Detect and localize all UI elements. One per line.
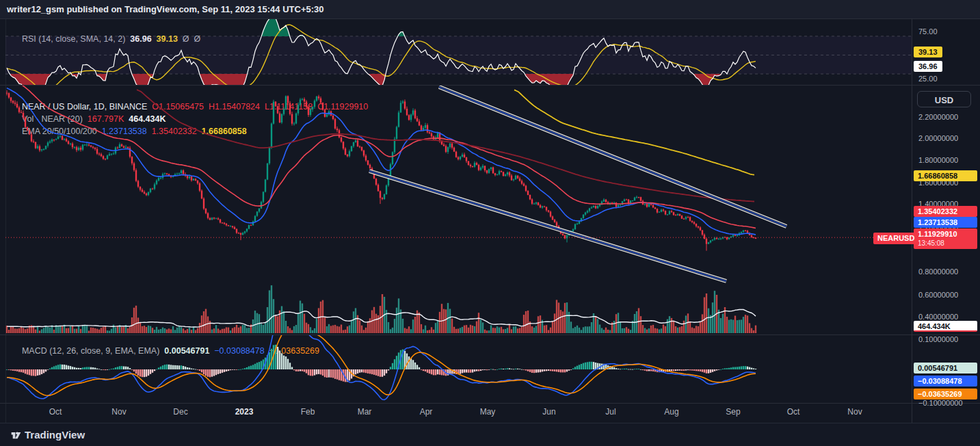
last-price: 1.11929910 [918,228,977,239]
axis-value-badge: 1.66860858 [914,170,977,181]
time-axis-label: Feb [301,407,315,417]
footer-bar: TradingView [0,423,980,446]
time-axis-label: Dec [173,407,187,417]
time-axis-label: Oct [787,407,800,417]
price-scale-border [912,19,912,423]
axis-value-badge: 39.13 [914,47,942,57]
time-axis-label: Oct [49,407,62,417]
bar-countdown: 13:45:08 [918,239,977,248]
axis-label: 25.00 [918,73,938,84]
symbol-price-tag: NEARUSD [873,233,918,244]
axis-value-badge: −0.03088478 [914,376,977,386]
axis-label: 2.20000000 [918,112,958,122]
tradingview-chart-window: writer12_gsm published on TradingView.co… [0,0,980,446]
publish-bar: writer12_gsm published on TradingView.co… [0,0,980,18]
axis-value-badge: 36.96 [914,61,942,72]
time-axis-label: Jun [542,407,555,417]
tradingview-brand[interactable]: TradingView [25,429,85,441]
time-axis-label: Jul [605,407,615,417]
time-axis-label: Nov [111,407,126,417]
axis-value-badge: 1.23713538 [914,217,977,228]
time-axis-label: May [480,407,496,417]
axis-label: 0.80000000 [918,266,958,277]
time-axis-label: 2023 [235,407,254,417]
time-axis-label: Sep [726,407,740,417]
publish-text: writer12_gsm published on TradingView.co… [7,4,324,14]
axis-value-badge: 0.00546791 [914,363,977,373]
tradingview-logo-icon[interactable] [10,430,22,441]
last-price-badge: 1.11929910 13:45:08 [914,228,977,249]
currency-toggle-button[interactable]: USD [917,91,971,107]
rsi-pane[interactable] [0,19,912,85]
separator [0,403,980,404]
time-axis-label: Mar [358,407,372,417]
time-axis-label: Aug [664,407,678,417]
axis-label: 1.80000000 [918,155,958,166]
axis-value-badge: 1.35402332 [914,206,977,217]
axis-label: 0.60000000 [918,289,958,300]
macd-pane[interactable] [0,335,912,403]
time-axis-label: Nov [847,407,862,417]
axis-label: 75.00 [918,26,938,37]
time-axis-label: Apr [420,407,433,417]
axis-value-badge: 464.434K [914,321,977,332]
axis-value-badge: −0.03635269 [914,389,977,399]
price-pane[interactable] [0,86,912,334]
axis-label: 0.10000000 [918,334,958,345]
axis-label: 2.00000000 [918,133,958,144]
